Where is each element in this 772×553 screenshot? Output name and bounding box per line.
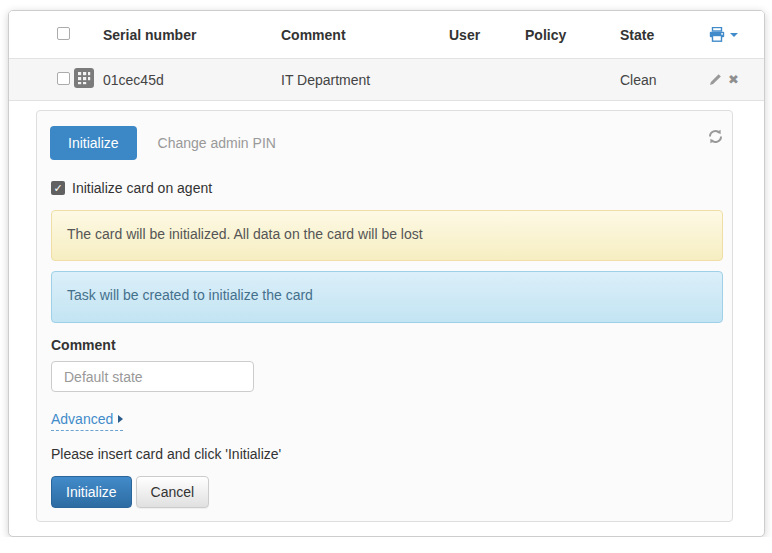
advanced-toggle[interactable]: Advanced xyxy=(51,411,123,431)
header-policy[interactable]: Policy xyxy=(525,27,620,43)
advanced-toggle-label: Advanced xyxy=(51,411,113,427)
caret-right-icon xyxy=(118,415,123,423)
table-row[interactable]: 01cec45d IT Department Clean ✖ xyxy=(9,59,764,101)
row-icon-cell xyxy=(74,68,103,91)
row-checkbox[interactable] xyxy=(57,72,70,85)
initialize-panel: Initialize Change admin PIN Initialize c… xyxy=(36,110,733,522)
warning-alert: The card will be initialized. All data o… xyxy=(51,210,723,261)
info-alert: Task will be created to initialize the c… xyxy=(51,271,723,323)
select-all-checkbox[interactable] xyxy=(57,27,70,40)
row-actions-cell: ✖ xyxy=(700,73,764,86)
header-actions-cell xyxy=(700,27,764,42)
comment-field-label: Comment xyxy=(51,337,732,353)
tab-change-admin-pin[interactable]: Change admin PIN xyxy=(158,135,276,151)
caret-down-icon xyxy=(730,33,738,37)
panel-action-buttons: Initialize Cancel xyxy=(51,476,732,508)
cell-state: Clean xyxy=(620,72,700,88)
header-user[interactable]: User xyxy=(449,27,525,43)
smartcard-chip-icon xyxy=(74,68,94,88)
table-header-row: Serial number Comment User Policy State xyxy=(9,11,764,59)
tab-initialize[interactable]: Initialize xyxy=(50,126,137,160)
row-checkbox-cell xyxy=(57,72,74,88)
agent-checkbox-row: Initialize card on agent xyxy=(51,180,732,196)
cell-serial-number: 01cec45d xyxy=(103,72,281,88)
comment-input[interactable] xyxy=(51,361,254,392)
initialize-on-agent-label[interactable]: Initialize card on agent xyxy=(72,180,212,196)
printer-icon xyxy=(709,27,725,42)
header-state[interactable]: State xyxy=(620,27,700,43)
refresh-button[interactable] xyxy=(707,128,724,145)
initialize-button[interactable]: Initialize xyxy=(51,476,132,508)
header-comment[interactable]: Comment xyxy=(281,27,449,43)
cell-comment: IT Department xyxy=(281,72,449,88)
header-serial-number[interactable]: Serial number xyxy=(103,27,281,43)
refresh-icon xyxy=(707,128,724,145)
delete-button[interactable]: ✖ xyxy=(728,73,739,86)
header-checkbox-cell xyxy=(57,27,74,43)
initialize-on-agent-checkbox[interactable] xyxy=(51,181,65,195)
pencil-icon xyxy=(709,73,722,86)
print-menu-button[interactable] xyxy=(709,27,738,42)
edit-button[interactable] xyxy=(709,73,722,86)
instruction-text: Please insert card and click 'Initialize… xyxy=(51,446,732,462)
panel-tabs: Initialize Change admin PIN xyxy=(50,126,732,160)
card-management-window: Serial number Comment User Policy State xyxy=(8,10,765,537)
x-icon: ✖ xyxy=(728,72,739,87)
cancel-button[interactable]: Cancel xyxy=(136,476,210,508)
